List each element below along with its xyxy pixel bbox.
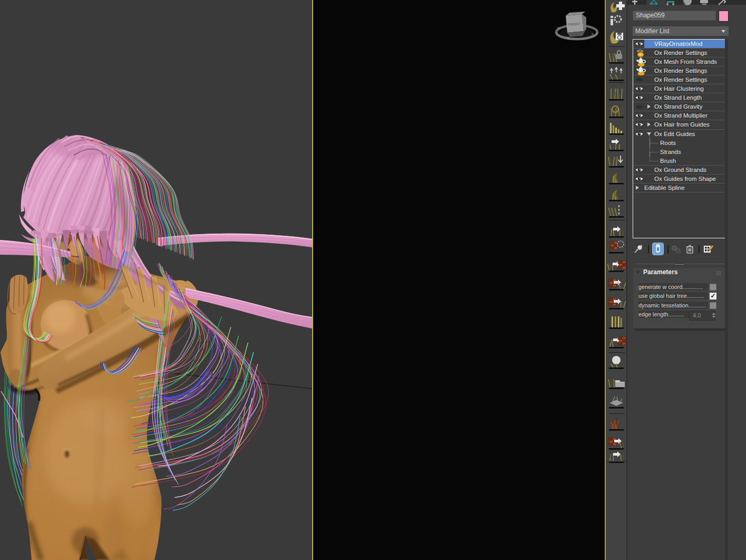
svg-text:E: E <box>592 33 594 36</box>
svg-text:S: S <box>567 36 569 41</box>
svg-text:W: W <box>557 26 561 30</box>
